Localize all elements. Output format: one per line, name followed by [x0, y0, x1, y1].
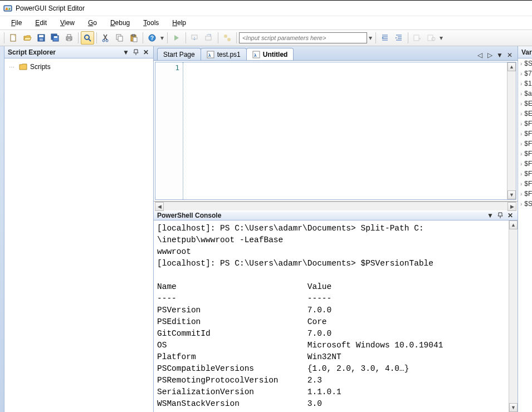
- tab-prev-button[interactable]: ◁: [475, 50, 484, 60]
- variable-row[interactable]: ›$1: [518, 79, 532, 89]
- variable-row[interactable]: ›$E: [518, 99, 532, 109]
- new-button[interactable]: [7, 31, 20, 45]
- console-vscroll[interactable]: ▲ ▼: [509, 220, 518, 412]
- tab-test-label: test.ps1: [217, 51, 241, 58]
- paste-button[interactable]: [127, 31, 140, 45]
- run-selection-button[interactable]: [221, 31, 234, 45]
- scroll-right-icon[interactable]: ▶: [507, 202, 516, 211]
- variable-row[interactable]: ›$F: [518, 139, 532, 149]
- variable-row[interactable]: ›$F: [518, 179, 532, 189]
- open-button[interactable]: [21, 31, 34, 45]
- script-explorer-header: Script Explorer ▼ ✕: [4, 46, 153, 58]
- search-button[interactable]: [81, 31, 94, 45]
- tab-dropdown-button[interactable]: ▼: [495, 50, 504, 60]
- variable-row[interactable]: ›$F: [518, 129, 532, 139]
- variable-row[interactable]: ›$F: [518, 189, 532, 199]
- run-button[interactable]: [170, 31, 183, 45]
- menu-go[interactable]: Go: [82, 18, 103, 28]
- script-explorer-tree[interactable]: ⋯ Scripts: [4, 58, 153, 412]
- toolbar-overflow-2[interactable]: ▾: [368, 31, 373, 45]
- tab-start-label: Start Page: [163, 51, 195, 58]
- menu-debug[interactable]: Debug: [105, 18, 135, 28]
- outdent-button[interactable]: [378, 31, 392, 45]
- scroll-up-icon[interactable]: ▲: [507, 62, 516, 71]
- tab-start-page[interactable]: Start Page: [157, 48, 201, 60]
- tree-root-label: Scripts: [30, 63, 51, 71]
- scroll-left-icon[interactable]: ◀: [155, 202, 164, 211]
- panel-close-icon[interactable]: ✕: [142, 48, 150, 56]
- variable-row[interactable]: ›$E: [518, 109, 532, 119]
- tree-root-scripts[interactable]: ⋯ Scripts: [9, 62, 149, 72]
- tab-next-button[interactable]: ▷: [485, 50, 494, 60]
- cut-button[interactable]: [99, 31, 113, 45]
- variable-row[interactable]: ›$a: [518, 89, 532, 99]
- variable-row[interactable]: ›$S: [518, 58, 532, 68]
- variable-name: $F: [524, 190, 532, 198]
- save-all-button[interactable]: [48, 31, 62, 45]
- app-title: PowerGUI Script Editor: [16, 4, 85, 12]
- step-into-button[interactable]: [188, 31, 202, 45]
- variable-row[interactable]: ›$7: [518, 68, 532, 79]
- print-button[interactable]: [62, 31, 76, 45]
- indent-button[interactable]: [392, 31, 406, 45]
- variable-row[interactable]: ›$S: [518, 199, 532, 209]
- console-panel: PowerShell Console ▼ ✕ [localhost]: PS C…: [154, 212, 518, 412]
- tab-untitled[interactable]: λ Untitled: [246, 48, 294, 60]
- variable-row[interactable]: ›$F: [518, 119, 532, 129]
- scroll-track[interactable]: [509, 229, 518, 403]
- menu-tools[interactable]: Tools: [138, 18, 164, 28]
- variable-row[interactable]: ›$F: [518, 159, 532, 169]
- copy-button[interactable]: [113, 31, 126, 45]
- help-button[interactable]: ?: [145, 31, 159, 45]
- console-output[interactable]: [localhost]: PS C:\Users\adamr\Documents…: [154, 220, 509, 412]
- scroll-up-icon[interactable]: ▲: [509, 220, 518, 229]
- scroll-down-icon[interactable]: ▼: [509, 403, 518, 412]
- step-over-button[interactable]: [202, 31, 216, 45]
- main-area: Script Explorer ▼ ✕ ⋯ Scripts Start Page: [0, 46, 532, 412]
- tab-close-button[interactable]: ✕: [505, 50, 514, 60]
- tab-test-ps1[interactable]: λ test.ps1: [201, 48, 247, 60]
- panel-pin-icon[interactable]: [132, 48, 140, 56]
- uncomment-button[interactable]: [424, 31, 438, 45]
- chevron-right-icon: ›: [520, 121, 522, 127]
- variable-row[interactable]: ›$F: [518, 169, 532, 179]
- menu-help[interactable]: Help: [167, 18, 192, 28]
- variables-list[interactable]: ›$S›$7›$1›$a›$E›$E›$F›$F›$F›$F›$F›$F›$F›…: [518, 58, 532, 209]
- svg-point-26: [227, 38, 231, 41]
- variable-name: $F: [524, 180, 532, 188]
- console-pin-icon[interactable]: [496, 212, 504, 219]
- save-button[interactable]: [35, 31, 48, 45]
- menu-edit[interactable]: Edit: [30, 18, 52, 28]
- chevron-right-icon: ›: [520, 91, 522, 97]
- toolbar: ? ▾ ▾ ▾: [0, 30, 532, 46]
- app-icon: [3, 4, 12, 13]
- menu-file[interactable]: File: [6, 18, 27, 28]
- console-dropdown-icon[interactable]: ▼: [486, 212, 494, 219]
- scroll-track[interactable]: [507, 71, 516, 190]
- panel-dropdown-icon[interactable]: ▼: [122, 48, 130, 56]
- line-number-1: 1: [157, 63, 179, 72]
- script-params-input[interactable]: [239, 32, 367, 43]
- menu-view[interactable]: View: [55, 18, 80, 28]
- scroll-down-icon[interactable]: ▼: [507, 190, 516, 199]
- toolbar-overflow-1[interactable]: ▾: [159, 31, 165, 45]
- editor-body[interactable]: [183, 62, 507, 199]
- editor-vscroll[interactable]: ▲ ▼: [507, 62, 516, 199]
- console-title: PowerShell Console: [157, 212, 221, 219]
- editor-hscroll[interactable]: ◀ ▶: [155, 202, 516, 210]
- variable-row[interactable]: ›$F: [518, 149, 532, 159]
- scroll-track-h[interactable]: [164, 202, 507, 210]
- chevron-right-icon: ›: [520, 191, 522, 197]
- code-editor[interactable]: 1 ▲ ▼: [155, 62, 516, 200]
- svg-text:λ: λ: [208, 53, 211, 58]
- variable-name: $a: [524, 90, 531, 97]
- script-explorer-panel: Script Explorer ▼ ✕ ⋯ Scripts: [4, 46, 154, 412]
- tree-connector: ⋯: [9, 64, 17, 70]
- dock-edge-left[interactable]: [0, 46, 4, 412]
- comment-button[interactable]: [411, 31, 424, 45]
- menubar: File Edit View Go Debug Tools Help: [0, 16, 532, 30]
- variable-name: $S: [524, 60, 532, 67]
- variable-name: $F: [524, 160, 532, 168]
- console-close-icon[interactable]: ✕: [506, 212, 514, 219]
- toolbar-overflow-3[interactable]: ▾: [438, 31, 444, 45]
